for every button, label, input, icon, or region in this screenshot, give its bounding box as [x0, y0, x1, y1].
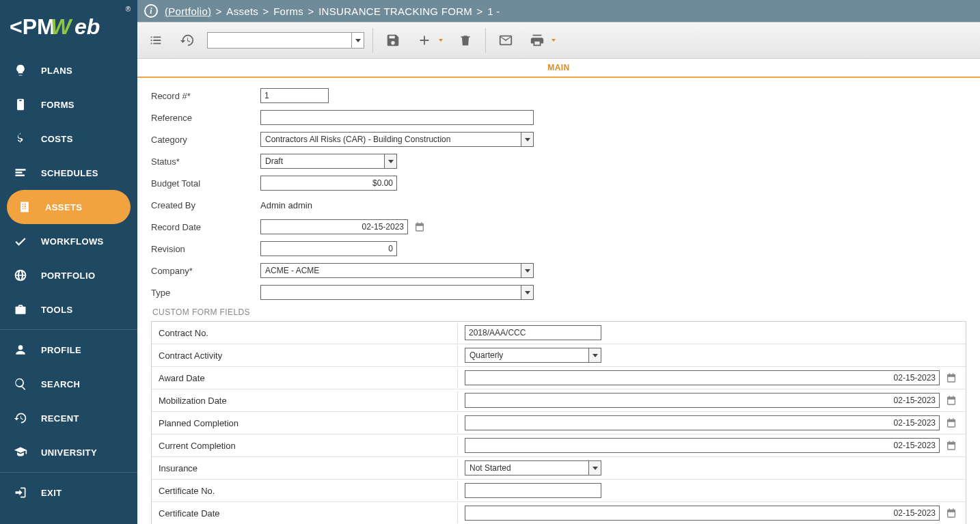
add-dropdown-arrow[interactable]: [436, 29, 446, 52]
label-created-by: Created By: [151, 200, 260, 210]
custom-field-date-input[interactable]: [465, 438, 940, 453]
custom-field-row: Contract Activity: [152, 344, 966, 367]
svg-text:W: W: [51, 14, 73, 39]
breadcrumb-root[interactable]: (Portfolio): [165, 5, 211, 17]
custom-field-combo[interactable]: [465, 348, 601, 363]
sidebar-item-label: EXIT: [41, 488, 62, 498]
custom-field-input[interactable]: [465, 348, 588, 362]
sidebar-item-label: PLANS: [41, 66, 72, 76]
delete-icon[interactable]: [454, 29, 477, 52]
custom-field-input[interactable]: [465, 325, 601, 340]
breadcrumb-part[interactable]: 1 -: [487, 5, 500, 17]
sidebar-item-schedules[interactable]: SCHEDULES: [0, 156, 137, 190]
custom-field-date-input[interactable]: [465, 415, 940, 430]
calendar-icon[interactable]: [944, 438, 959, 453]
custom-field-row: Certificate Date: [152, 502, 966, 524]
custom-field-label: Contract No.: [152, 323, 458, 343]
custom-field-input[interactable]: [465, 483, 601, 498]
chevron-down-icon[interactable]: [521, 133, 533, 146]
custom-field-input[interactable]: [465, 461, 588, 475]
sidebar-item-assets[interactable]: ASSETS: [7, 190, 131, 224]
record-date-input[interactable]: [260, 219, 408, 234]
tab-main[interactable]: MAIN: [539, 59, 577, 77]
save-icon[interactable]: [381, 29, 405, 52]
custom-field-label: Insurance: [152, 458, 458, 478]
history-icon[interactable]: [176, 29, 199, 52]
custom-field-combo[interactable]: [465, 460, 601, 475]
chevron-down-icon[interactable]: [521, 264, 533, 277]
breadcrumb-sep: >: [216, 5, 226, 17]
toolbar: [137, 22, 980, 59]
label-type: Type: [151, 288, 260, 298]
briefcase-icon: [12, 303, 29, 316]
sidebar-item-portfolio[interactable]: PORTFOLIO: [0, 258, 137, 292]
custom-field-value: [458, 367, 966, 389]
calendar-icon[interactable]: [944, 506, 959, 521]
print-icon[interactable]: [526, 29, 549, 52]
type-combo[interactable]: [260, 285, 534, 300]
custom-field-value: [458, 344, 966, 366]
sidebar-item-workflows[interactable]: WORKFLOWS: [0, 224, 137, 258]
calendar-icon[interactable]: [412, 219, 427, 234]
history-icon: [12, 411, 29, 425]
sidebar-item-label: UNIVERSITY: [41, 447, 97, 458]
category-input[interactable]: [261, 133, 521, 146]
budget-total-input[interactable]: [260, 176, 397, 191]
chevron-down-icon[interactable]: [588, 348, 601, 362]
globe-icon: [12, 268, 29, 282]
company-input[interactable]: [261, 264, 521, 277]
status-combo[interactable]: [260, 154, 397, 169]
calendar-icon[interactable]: [944, 415, 959, 430]
record-no-input[interactable]: [260, 88, 329, 103]
category-combo[interactable]: [260, 132, 534, 147]
info-icon[interactable]: i: [144, 4, 158, 18]
custom-field-label: Current Completion: [152, 436, 458, 456]
clipboard-icon: [12, 98, 29, 111]
chevron-down-icon[interactable]: [521, 286, 533, 299]
chevron-down-icon[interactable]: [351, 33, 364, 48]
sidebar-item-tools[interactable]: TOOLS: [0, 292, 137, 327]
chevron-down-icon[interactable]: [588, 461, 601, 475]
sidebar-item-university[interactable]: UNIVERSITY: [0, 435, 137, 469]
company-combo[interactable]: [260, 263, 534, 278]
list-icon[interactable]: [144, 29, 167, 52]
custom-field-date-input[interactable]: [465, 506, 940, 521]
breadcrumb-part[interactable]: Forms: [273, 5, 303, 17]
sidebar-item-costs[interactable]: COSTS: [0, 122, 137, 156]
dollar-icon: [12, 132, 29, 146]
label-record-no: Record #*: [151, 91, 260, 101]
sidebar-item-profile[interactable]: PROFILE: [0, 333, 137, 367]
chevron-down-icon[interactable]: [384, 154, 396, 168]
label-record-date: Record Date: [151, 222, 260, 232]
type-input[interactable]: [261, 286, 521, 299]
breadcrumb-sep: >: [305, 5, 317, 17]
sidebar-item-forms[interactable]: FORMS: [0, 87, 137, 122]
sidebar-item-label: TOOLS: [41, 305, 73, 315]
sidebar-item-plans[interactable]: PLANS: [0, 53, 137, 87]
toolbar-dropdown-input[interactable]: [208, 33, 351, 48]
logo[interactable]: <PM W eb ®: [0, 0, 137, 53]
calendar-icon[interactable]: [944, 370, 959, 385]
registered-mark: ®: [126, 5, 131, 13]
custom-field-row: Certificate No.: [152, 480, 966, 502]
custom-field-date-input[interactable]: [465, 393, 940, 408]
status-input[interactable]: [261, 154, 384, 168]
sidebar-item-label: PORTFOLIO: [41, 271, 95, 281]
sidebar-item-exit[interactable]: EXIT: [0, 475, 137, 510]
toolbar-dropdown[interactable]: [207, 32, 364, 49]
sidebar-item-search[interactable]: SEARCH: [0, 367, 137, 401]
custom-field-row: Insurance: [152, 457, 966, 480]
breadcrumb-part[interactable]: Assets: [226, 5, 258, 17]
sidebar-item-label: SCHEDULES: [41, 168, 98, 178]
calendar-icon[interactable]: [944, 393, 959, 408]
reference-input[interactable]: [260, 110, 534, 125]
revision-input[interactable]: [260, 241, 397, 256]
mail-icon[interactable]: [494, 29, 517, 52]
add-icon[interactable]: [413, 29, 436, 52]
print-dropdown-arrow[interactable]: [549, 29, 558, 52]
sidebar-item-recent[interactable]: RECENT: [0, 401, 137, 435]
bulb-icon: [12, 64, 29, 77]
custom-field-date-input[interactable]: [465, 370, 940, 385]
breadcrumb-part[interactable]: INSURANCE TRACKING FORM: [318, 5, 472, 17]
sidebar-item-label: WORKFLOWS: [41, 236, 104, 247]
